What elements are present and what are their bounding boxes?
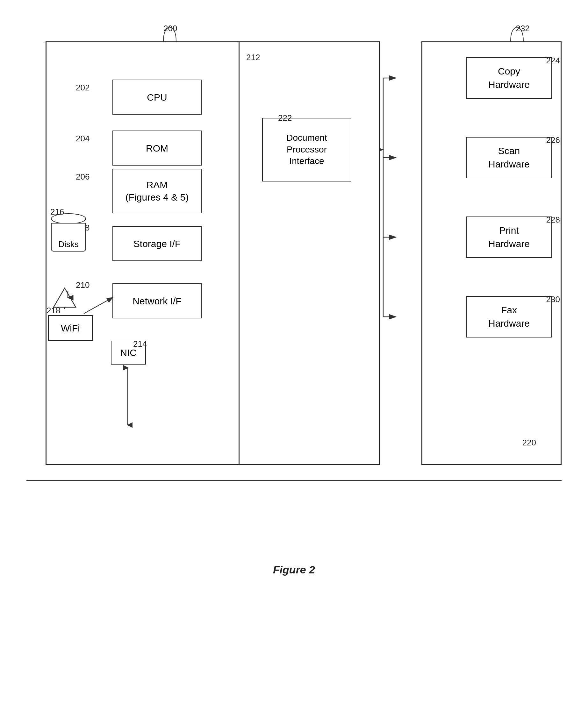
ref-220: 220 (522, 438, 536, 448)
dpi-box: Document Processor Interface (262, 118, 351, 181)
ref-network: 210 (76, 280, 89, 290)
print-hardware-box: Print Hardware (466, 217, 552, 258)
ref-ram: 206 (76, 172, 89, 182)
ref-copy: 224 (546, 56, 560, 66)
system-bus-line (238, 41, 239, 465)
storage-box: Storage I/F (112, 226, 202, 261)
ref-nic: 214 (133, 339, 147, 349)
ram-box: RAM (Figures 4 & 5) (112, 169, 202, 213)
scan-hardware-box: Scan Hardware (466, 137, 552, 178)
nic-to-network-arrow (121, 365, 134, 428)
ref-scan: 226 (546, 135, 560, 145)
ref-fax: 230 (546, 295, 560, 304)
ref-rom: 204 (76, 134, 89, 144)
wifi-to-network-arrow (52, 291, 115, 329)
figure-caption: Figure 2 (273, 564, 315, 576)
ref-cpu: 202 (76, 83, 89, 93)
fax-hardware-box: Fax Hardware (466, 296, 552, 338)
network-line (26, 480, 562, 481)
ref-print: 228 (546, 215, 560, 225)
copy-hardware-box: Copy Hardware (466, 57, 552, 99)
disk-cylinder: Disks (51, 213, 86, 252)
main-system-box (45, 41, 380, 465)
disk-label: Disks (51, 239, 85, 249)
ref-dpi: 222 (278, 113, 292, 123)
ref-disks: 216 (50, 207, 64, 217)
cpu-box: CPU (112, 80, 202, 115)
rom-box: ROM (112, 131, 202, 166)
diagram-area: 200 232 212 CPU 202 ROM 204 (26, 19, 562, 544)
ref-212: 212 (246, 52, 260, 62)
disk-body: Disks (51, 223, 86, 252)
network-box: Network I/F (112, 283, 202, 318)
page-container: 200 232 212 CPU 202 ROM 204 (0, 0, 588, 602)
svg-line-34 (84, 298, 112, 313)
